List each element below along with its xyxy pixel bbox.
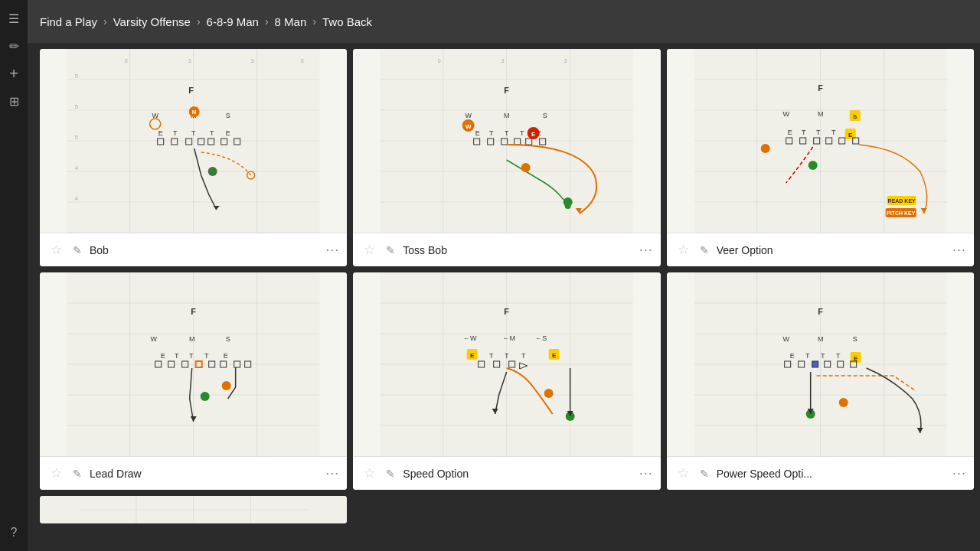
svg-point-165	[544, 389, 554, 398]
edit-icon-bob[interactable]: ✎	[70, 243, 85, 258]
breadcrumb-sep-2: ›	[197, 15, 201, 28]
plays-grid: 5 5 5 4 4 0 3 3 0 F W M S	[40, 49, 974, 490]
svg-text:T: T	[210, 129, 214, 137]
star-icon-lead-draw[interactable]: ☆	[47, 464, 65, 483]
svg-text:3: 3	[564, 58, 567, 64]
svg-text:T: T	[489, 352, 494, 360]
svg-text:F: F	[505, 307, 510, 316]
svg-point-195	[838, 398, 848, 407]
breadcrumb-sep-4: ›	[312, 15, 316, 28]
svg-text:S: S	[853, 113, 858, 120]
star-icon-speed-option[interactable]: ☆	[361, 464, 378, 483]
svg-text:T: T	[191, 129, 196, 137]
svg-text:T: T	[173, 129, 178, 137]
svg-text:T: T	[189, 352, 194, 360]
svg-text:4: 4	[75, 195, 79, 202]
more-icon-speed-option[interactable]: ···	[639, 465, 653, 481]
play-diagram-toss-bob: 0 3 3 F W M S W E T T T E	[353, 49, 660, 233]
svg-text:5: 5	[75, 103, 79, 110]
question-icon[interactable]: ?	[2, 520, 26, 545]
svg-point-105	[760, 144, 769, 153]
pencil-icon[interactable]: ✏	[2, 34, 26, 58]
plus-icon[interactable]: +	[2, 61, 26, 86]
edit-icon-lead-draw[interactable]: ✎	[70, 466, 85, 481]
svg-text:M: M	[818, 335, 824, 343]
edit-icon-toss-bob[interactable]: ✎	[383, 243, 398, 258]
edit-icon-speed-option[interactable]: ✎	[383, 466, 398, 481]
breadcrumb-689-man[interactable]: 6-8-9 Man	[207, 15, 259, 28]
svg-text:F: F	[818, 83, 823, 93]
star-icon-toss-bob[interactable]: ☆	[361, 240, 378, 259]
svg-text:W: W	[782, 110, 789, 118]
more-icon-power-speed-option[interactable]: ···	[952, 465, 966, 481]
play-card-toss-bob: 0 3 3 F W M S W E T T T E	[353, 49, 660, 266]
play-name-speed-option: Speed Option	[403, 468, 634, 480]
svg-text:0: 0	[125, 58, 128, 64]
svg-text:3: 3	[188, 58, 191, 64]
svg-text:T: T	[505, 352, 509, 360]
menu-icon[interactable]: ☰	[2, 6, 26, 31]
svg-text:E: E	[787, 129, 792, 136]
more-icon-bob[interactable]: ···	[325, 242, 339, 258]
main-content: Find a Play › Varsity Offense › 6-8-9 Ma…	[28, 0, 980, 551]
play-card-bob: 5 5 5 4 4 0 3 3 0 F W M S	[40, 49, 347, 266]
star-icon-veer-option[interactable]: ☆	[675, 240, 692, 259]
svg-text:3: 3	[251, 58, 254, 64]
more-icon-veer-option[interactable]: ···	[952, 242, 966, 258]
svg-text:F: F	[188, 86, 194, 95]
svg-text:T: T	[836, 352, 841, 360]
svg-text:T: T	[505, 129, 509, 137]
svg-text:5: 5	[75, 73, 79, 80]
svg-text:←W: ←W	[463, 334, 477, 342]
svg-text:T: T	[520, 129, 524, 137]
svg-text:T: T	[831, 129, 836, 136]
svg-text:T: T	[805, 352, 810, 360]
play-card-lead-draw: F W M S E T T T E	[40, 272, 347, 490]
svg-text:W: W	[466, 123, 472, 130]
svg-text:E: E	[475, 129, 480, 137]
star-icon-bob[interactable]: ☆	[47, 240, 65, 259]
play-footer-lead-draw: ☆ ✎ Lead Draw ···	[40, 456, 347, 490]
svg-text:T: T	[521, 352, 526, 360]
svg-text:S: S	[852, 335, 857, 343]
svg-point-139	[201, 392, 210, 401]
breadcrumb-two-back[interactable]: Two Back	[322, 15, 372, 28]
svg-text:W: W	[782, 335, 789, 343]
breadcrumb-varsity-offense[interactable]: Varsity Offense	[113, 15, 191, 28]
svg-text:T: T	[821, 352, 825, 360]
svg-text:W: W	[150, 335, 157, 343]
svg-text:PITCH KEY: PITCH KEY	[887, 210, 916, 216]
play-name-veer-option: Veer Option	[717, 244, 948, 256]
svg-text:T: T	[489, 129, 494, 137]
svg-text:T: T	[204, 352, 209, 360]
play-footer-toss-bob: ☆ ✎ Toss Bob ···	[353, 233, 660, 266]
edit-icon-veer-option[interactable]: ✎	[697, 243, 712, 258]
svg-text:S: S	[543, 112, 547, 119]
svg-text:E: E	[789, 352, 794, 360]
edit-icon-power-speed-option[interactable]: ✎	[697, 466, 712, 481]
svg-text:M: M	[189, 335, 195, 343]
layers-icon[interactable]: ⊞	[2, 89, 26, 113]
star-icon-power-speed-option[interactable]: ☆	[675, 464, 692, 483]
svg-text:M: M	[192, 109, 197, 115]
svg-text:←S: ←S	[535, 334, 547, 342]
svg-point-76	[564, 197, 573, 207]
svg-text:0: 0	[438, 58, 441, 64]
svg-text:S: S	[226, 335, 230, 343]
play-diagram-bob: 5 5 5 4 4 0 3 3 0 F W M S	[40, 49, 347, 233]
sidebar: ☰ ✏ + ⊞ ?	[0, 0, 28, 551]
svg-point-75	[521, 163, 531, 172]
svg-text:0: 0	[301, 58, 304, 64]
play-card-speed-option: F ←W ←M ←S E E T T T	[353, 272, 660, 490]
more-icon-toss-bob[interactable]: ···	[639, 242, 653, 258]
svg-text:T: T	[175, 352, 179, 360]
breadcrumb-find-a-play[interactable]: Find a Play	[40, 15, 97, 28]
more-icon-lead-draw[interactable]: ···	[325, 465, 339, 481]
play-name-bob: Bob	[90, 244, 321, 256]
play-card-partial	[40, 496, 347, 523]
svg-text:S: S	[226, 112, 230, 119]
svg-text:READ KEY: READ KEY	[887, 198, 916, 204]
play-diagram-veer-option: F W M S S E T T T E E	[667, 49, 974, 233]
svg-point-106	[808, 161, 817, 170]
breadcrumb-8man[interactable]: 8 Man	[275, 15, 307, 28]
